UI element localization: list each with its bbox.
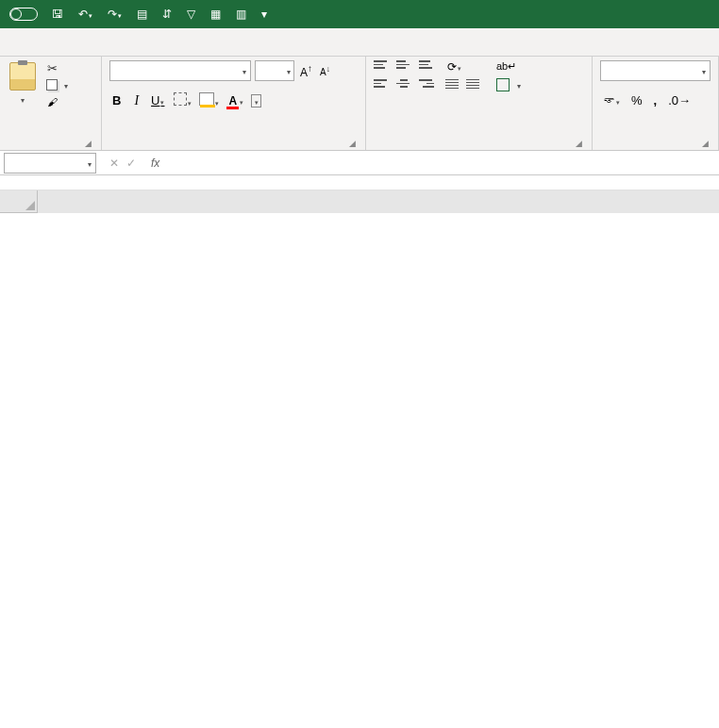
font-launcher[interactable]: ◢ [347, 139, 358, 148]
merge-center-button[interactable] [496, 78, 521, 91]
chevron-down-icon [242, 64, 246, 77]
percent-button[interactable]: % [628, 92, 645, 108]
increase-font-button[interactable]: A↑ [298, 63, 314, 79]
fill-icon [199, 92, 214, 106]
chevron-down-icon [287, 65, 291, 76]
wrap-text-button[interactable]: ab↵ [496, 60, 521, 73]
phonetic-button[interactable] [251, 94, 261, 108]
font-color-icon: A [226, 94, 239, 108]
fill-color-button[interactable] [199, 92, 219, 108]
filter-icon[interactable]: ▽ [182, 8, 200, 21]
cut-button[interactable] [43, 60, 70, 75]
increase-decimal-button[interactable]: .0→ [665, 92, 694, 108]
paste-icon [9, 62, 36, 91]
italic-button[interactable]: I [131, 93, 142, 108]
sort-icon[interactable]: ⇵ [158, 8, 176, 21]
font-size-select[interactable] [255, 60, 294, 81]
title-bar: 🖫 ↶ ↷ ▤ ⇵ ▽ ▦ ▥ ▾ [0, 0, 719, 28]
alignment-launcher[interactable]: ◢ [574, 139, 584, 148]
comma-button[interactable]: , [651, 92, 660, 108]
increase-indent-button[interactable] [466, 79, 479, 93]
paste-dropdown-icon [21, 92, 25, 106]
alignment-group-label [374, 144, 574, 148]
merge-icon [496, 78, 510, 91]
number-launcher[interactable]: ◢ [700, 139, 711, 148]
accounting-format-button[interactable]: 🖙 [600, 92, 623, 108]
print-icon[interactable]: ▤ [132, 8, 152, 21]
clipboard-launcher[interactable]: ◢ [83, 139, 93, 148]
group-clipboard: ◢ [0, 57, 102, 150]
chart-icon[interactable]: ▥ [231, 8, 251, 21]
align-bottom-button[interactable] [419, 60, 434, 74]
align-center-button[interactable] [396, 79, 411, 92]
align-top-button[interactable] [374, 60, 389, 74]
chevron-down-icon [702, 64, 706, 77]
cancel-formula-icon[interactable]: ✕ [109, 157, 119, 170]
chevron-down-icon [517, 79, 521, 91]
group-number: 🖙 % , .0→ ◢ [593, 57, 719, 150]
spreadsheet-grid[interactable] [0, 190, 719, 213]
decrease-font-button[interactable]: A↓ [318, 64, 332, 77]
decrease-indent-button[interactable] [445, 79, 459, 93]
undo-button[interactable]: ↶ [74, 8, 97, 21]
underline-button[interactable]: U [149, 93, 166, 108]
number-format-select[interactable] [600, 60, 711, 81]
scissors-icon [45, 61, 59, 74]
orientation-button[interactable]: ⟳ [447, 60, 461, 74]
align-middle-button[interactable] [396, 60, 411, 74]
align-right-button[interactable] [419, 79, 434, 92]
group-alignment: ⟳ ab↵ ◢ [366, 57, 593, 150]
bold-button[interactable]: B [109, 93, 124, 108]
format-painter-button[interactable] [43, 94, 70, 109]
select-all-corner[interactable] [0, 190, 38, 213]
ribbon-tabs [0, 28, 719, 57]
border-button[interactable] [174, 92, 192, 108]
toggle-icon [9, 8, 38, 21]
align-left-button[interactable] [374, 79, 389, 92]
font-name-select[interactable] [109, 60, 251, 81]
number-group-label [600, 144, 700, 148]
column-headers [0, 190, 719, 213]
clipboard-group-label [8, 144, 83, 148]
formula-input[interactable] [165, 153, 719, 174]
fx-icon[interactable]: fx [145, 157, 165, 170]
qat-customize[interactable]: ▾ [257, 8, 272, 21]
formula-bar: ✕ ✓ fx [0, 151, 719, 175]
brush-icon [45, 95, 59, 108]
enter-formula-icon[interactable]: ✓ [126, 157, 136, 170]
autosave-toggle[interactable] [6, 8, 42, 21]
save-icon[interactable]: 🖫 [47, 8, 68, 21]
ribbon: ◢ A↑ A↓ B I U A ◢ [0, 57, 719, 151]
copy-icon [45, 78, 59, 91]
redo-button[interactable]: ↷ [103, 8, 126, 21]
chevron-down-icon [88, 157, 92, 170]
form-icon[interactable]: ▦ [206, 8, 226, 21]
border-icon [174, 92, 187, 106]
font-group-label [109, 144, 347, 148]
group-font: A↑ A↓ B I U A ◢ [102, 57, 366, 150]
spacer [0, 175, 719, 190]
name-box[interactable] [4, 153, 96, 174]
copy-dropdown-icon [64, 79, 68, 91]
copy-button[interactable] [43, 77, 70, 92]
paste-button[interactable] [8, 60, 38, 139]
font-color-button[interactable]: A [226, 94, 243, 108]
